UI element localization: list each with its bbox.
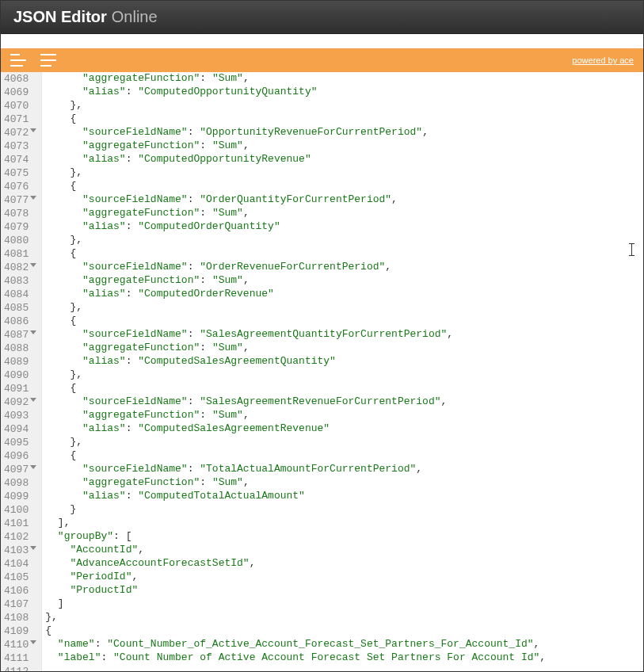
- fold-arrow-icon[interactable]: [30, 196, 36, 200]
- code-line[interactable]: "aggregateFunction": "Sum",: [42, 475, 643, 489]
- code-line[interactable]: "alias": "ComputedTotalActualAmount": [42, 489, 643, 502]
- code-line[interactable]: },: [42, 368, 643, 381]
- line-number[interactable]: 4089: [4, 355, 36, 368]
- line-number[interactable]: 4112: [4, 665, 36, 671]
- code-line[interactable]: {: [42, 179, 643, 193]
- fold-arrow-icon[interactable]: [30, 263, 36, 267]
- code-line[interactable]: {: [42, 381, 643, 395]
- line-number[interactable]: 4086: [4, 315, 36, 328]
- code-line[interactable]: "aggregateFunction": "Sum",: [42, 341, 643, 354]
- code-line[interactable]: {: [42, 314, 643, 327]
- code-line[interactable]: "sourceFieldName": "OrderRevenueForCurre…: [42, 260, 643, 273]
- line-number[interactable]: 4087: [4, 328, 36, 342]
- line-gutter[interactable]: 4068406940704071407240734074407540764077…: [1, 72, 42, 671]
- line-number[interactable]: 4072: [4, 126, 36, 139]
- code-line[interactable]: "sourceFieldName": "OpportunityRevenueFo…: [42, 125, 643, 139]
- code-line[interactable]: "label": "Count Number of Active Account…: [42, 651, 643, 664]
- line-number[interactable]: 4098: [4, 476, 36, 490]
- line-number[interactable]: 4092: [4, 395, 36, 409]
- code-line[interactable]: }: [42, 502, 643, 516]
- line-number[interactable]: 4078: [4, 207, 36, 220]
- code-editor[interactable]: 4068406940704071407240734074407540764077…: [1, 72, 643, 671]
- fold-arrow-icon[interactable]: [30, 128, 36, 132]
- line-number[interactable]: 4099: [4, 490, 36, 503]
- line-number[interactable]: 4109: [4, 624, 36, 638]
- line-number[interactable]: 4090: [4, 368, 36, 382]
- code-line[interactable]: },: [42, 300, 643, 314]
- line-number[interactable]: 4108: [4, 611, 36, 624]
- code-line[interactable]: },: [42, 98, 643, 112]
- line-number[interactable]: 4075: [4, 166, 36, 180]
- code-line[interactable]: "aggregateFunction": "Sum",: [42, 139, 643, 152]
- line-number[interactable]: 4095: [4, 436, 36, 449]
- line-number[interactable]: 4080: [4, 234, 36, 247]
- line-number[interactable]: 4097: [4, 463, 36, 476]
- line-number[interactable]: 4068: [4, 72, 36, 86]
- code-line[interactable]: },: [42, 435, 643, 449]
- code-line[interactable]: "aggregateFunction": "Sum",: [42, 72, 643, 85]
- line-number[interactable]: 4111: [4, 651, 36, 665]
- fold-arrow-icon[interactable]: [30, 398, 36, 402]
- code-line[interactable]: ],: [42, 516, 643, 529]
- line-number[interactable]: 4101: [4, 517, 36, 530]
- code-line[interactable]: "alias": "ComputedSalesAgreementRevenue": [42, 422, 643, 435]
- line-number[interactable]: 4073: [4, 139, 36, 153]
- line-number[interactable]: 4076: [4, 180, 36, 193]
- code-content[interactable]: "sourceFieldName": "OpportunityQuantityF…: [42, 72, 643, 671]
- line-number[interactable]: 4088: [4, 342, 36, 355]
- code-line[interactable]: "sourceFieldName": "TotalActualAmountFor…: [42, 462, 643, 475]
- code-line[interactable]: "alias": "ComputedOpportunityRevenue": [42, 152, 643, 166]
- line-number[interactable]: 4096: [4, 449, 36, 463]
- line-number[interactable]: 4102: [4, 530, 36, 544]
- line-number[interactable]: 4104: [4, 557, 36, 571]
- code-line[interactable]: {: [42, 624, 643, 637]
- code-line[interactable]: },: [42, 610, 643, 624]
- line-number[interactable]: 4094: [4, 422, 36, 436]
- format-compact-icon[interactable]: [40, 54, 56, 67]
- line-number[interactable]: 4079: [4, 220, 36, 234]
- code-line[interactable]: ]: [42, 597, 643, 610]
- code-line[interactable]: "alias": "ComputedSalesAgreementQuantity…: [42, 354, 643, 368]
- code-line[interactable]: "groupBy": [: [42, 529, 643, 543]
- code-line[interactable]: "alias": "ComputedOrderRevenue": [42, 287, 643, 300]
- code-line[interactable]: "aggregateFunction": "Sum",: [42, 408, 643, 422]
- code-line[interactable]: "sourceFieldName": "OrderQuantityForCurr…: [42, 193, 643, 206]
- line-number[interactable]: 4100: [4, 503, 36, 517]
- line-number[interactable]: 4084: [4, 288, 36, 301]
- code-line[interactable]: "aggregateFunction": "Sum",: [42, 206, 643, 220]
- fold-arrow-icon[interactable]: [30, 640, 36, 644]
- code-line[interactable]: },: [42, 233, 643, 246]
- line-number[interactable]: 4085: [4, 301, 36, 315]
- code-line[interactable]: "alias": "ComputedOrderQuantity": [42, 220, 643, 233]
- line-number[interactable]: 4093: [4, 409, 36, 422]
- code-line[interactable]: },: [42, 166, 643, 179]
- fold-arrow-icon[interactable]: [30, 465, 36, 469]
- code-line[interactable]: "sourceFieldName": "SalesAgreementQuanti…: [42, 327, 643, 341]
- code-line[interactable]: "aggregateFunction": "Sum",: [42, 273, 643, 287]
- code-line[interactable]: {: [42, 449, 643, 462]
- line-number[interactable]: 4106: [4, 584, 36, 598]
- line-number[interactable]: 4081: [4, 247, 36, 261]
- code-line[interactable]: {: [42, 112, 643, 125]
- code-line[interactable]: {: [42, 246, 643, 260]
- line-number[interactable]: 4091: [4, 382, 36, 395]
- line-number[interactable]: 4077: [4, 193, 36, 207]
- line-number[interactable]: 4107: [4, 598, 36, 611]
- line-number[interactable]: 4110: [4, 638, 36, 651]
- code-line[interactable]: "name": "Count_Number_of_Active_Account_…: [42, 637, 643, 651]
- format-indent-icon[interactable]: [10, 54, 26, 67]
- line-number[interactable]: 4082: [4, 261, 36, 274]
- fold-arrow-icon[interactable]: [30, 330, 36, 334]
- code-line[interactable]: "PeriodId",: [42, 570, 643, 583]
- code-line[interactable]: "AdvanceAccountForecastSetId",: [42, 556, 643, 570]
- code-line[interactable]: "alias": "ComputedOpportunityQuantity": [42, 85, 643, 98]
- line-number[interactable]: 4074: [4, 153, 36, 166]
- line-number[interactable]: 4070: [4, 99, 36, 113]
- line-number[interactable]: 4069: [4, 86, 36, 99]
- code-line[interactable]: "ProductId": [42, 583, 643, 597]
- code-line[interactable]: "sourceFieldName": "SalesAgreementRevenu…: [42, 395, 643, 408]
- fold-arrow-icon[interactable]: [30, 546, 36, 550]
- line-number[interactable]: 4083: [4, 274, 36, 288]
- line-number[interactable]: 4105: [4, 571, 36, 584]
- line-number[interactable]: 4071: [4, 113, 36, 126]
